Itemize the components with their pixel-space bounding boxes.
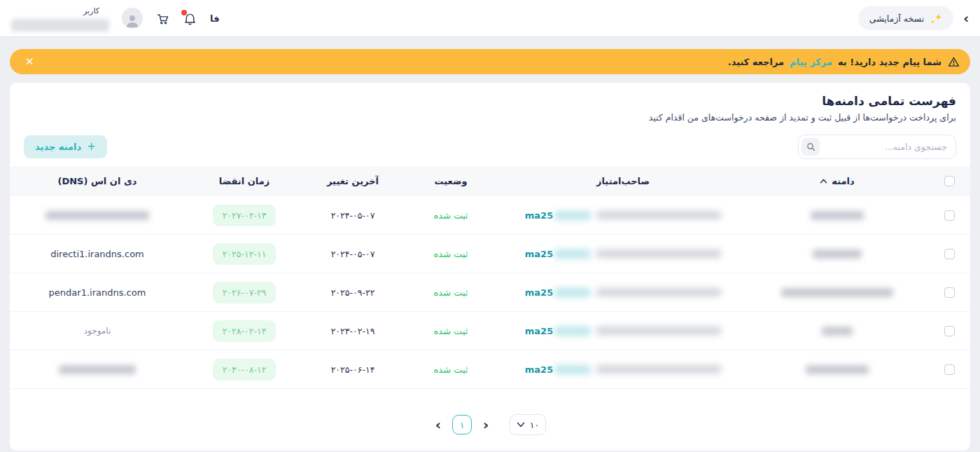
table-row: ma25 ثبت شده ۲۰۲۴-۰۵-۰۷ ۲۰۲۵-۱۲-۱۱ direc… [10,235,970,273]
column-header-expiry[interactable]: زمان انقضا [185,176,304,186]
row-checkbox-cell [928,210,970,221]
expiry-date-badge: ۲۰۲۶-۰۷-۲۹ [213,282,276,303]
expiry-cell: ۲۰۳۰-۰۸-۱۲ [185,359,304,381]
row-checkbox-cell [928,249,970,259]
user-avatar[interactable] [122,8,143,29]
user-name-redacted [11,19,109,32]
row-checkbox-cell [928,287,970,298]
table-controls: + دامنه جدید [10,135,970,159]
status-cell: ثبت شده [402,364,500,375]
owner-cell: ma25 [500,364,746,375]
expiry-cell: ۲۰۲۸-۰۲-۱۴ [185,320,304,342]
search-button[interactable] [802,138,820,156]
header-checkbox-cell [928,176,970,186]
dns-cell: directi1.irandns.com [10,249,185,259]
search-input[interactable] [798,135,956,159]
expiry-date-badge: ۲۰۲۸-۰۲-۱۴ [213,320,276,342]
sparkles-icon: ✦ ✦ [930,12,942,25]
row-checkbox[interactable] [944,249,955,259]
new-domain-button[interactable]: + دامنه جدید [24,135,107,158]
pagination: ‹ ۱ › ۱۰ [10,414,970,435]
row-checkbox[interactable] [944,364,955,375]
dns-redacted [59,365,136,374]
message-alert-banner: شما پیام جدید دارید! به مرکز پیام مراجعه… [10,49,970,74]
top-header: › ✦ ✦ نسخه آزمایشی فا [0,0,980,36]
status-badge: ثبت شده [434,210,468,221]
current-page-button[interactable]: ۱ [452,415,472,434]
chevron-right-icon[interactable]: › [963,12,969,25]
trial-version-button[interactable]: ✦ ✦ نسخه آزمایشی [858,6,953,30]
dns-value: pendar1.irandns.com [49,287,146,298]
previous-page-button[interactable]: ‹ [434,418,442,432]
row-checkbox[interactable] [944,287,955,298]
last-change-cell: ۲۰۲۴-۰۵-۰۷ [304,210,402,221]
row-checkbox-cell [928,364,970,375]
owner-handle-redacted [554,365,591,374]
shopping-cart-icon [155,11,170,26]
status-badge: ثبت شده [434,364,468,375]
cart-button[interactable] [155,11,170,26]
language-switcher[interactable]: فا [210,13,219,24]
table-body: ma25 ثبت شده ۲۰۲۴-۰۵-۰۷ ۲۰۲۷-۰۲-۱۳ [10,196,970,389]
column-header-dns[interactable]: دی ان اس (DNS) [10,176,185,186]
owner-handle-redacted [554,288,591,297]
banner-message: شما پیام جدید دارید! به مرکز پیام مراجعه… [728,55,960,69]
domain-name-redacted [806,365,869,374]
page-title: فهرست تمامی دامنه‌ها [10,94,970,108]
banner-text-prefix: شما پیام جدید دارید! به [838,57,941,67]
table-row: ma25 ثبت شده ۲۰۲۴-۰۵-۰۷ ۲۰۲۷-۰۲-۱۳ [10,196,970,235]
domains-card: فهرست تمامی دامنه‌ها برای پرداخت درخواست… [10,83,970,451]
owner-handle-prefix: ma25 [525,210,553,221]
user-info-block[interactable]: کاربر [11,5,109,32]
plus-icon: + [87,142,96,152]
page-subtitle: برای پرداخت درخواست‌ها از قبیل ثبت و تمد… [10,108,970,123]
column-header-domain[interactable]: دامنه [746,176,928,186]
message-center-link[interactable]: مرکز پیام [790,57,832,67]
close-icon[interactable]: ✕ [20,55,40,68]
row-checkbox[interactable] [944,210,955,221]
owner-cell: ma25 [500,249,746,259]
table-header-row: دامنه صاحب‌امتیاز وضعیت آخرین تغییر زمان… [10,166,970,196]
domain-cell [746,365,928,374]
owner-handle-prefix: ma25 [525,249,553,259]
column-header-last-change[interactable]: آخرین تغییر [304,176,402,186]
user-role-label: کاربر [83,6,109,15]
expiry-cell: ۲۰۲۵-۱۲-۱۱ [185,243,304,265]
page-size-value: ۱۰ [530,420,539,430]
owner-handle-prefix: ma25 [525,364,553,375]
dns-value: ناموجود [84,326,111,336]
owner-handle-redacted [554,327,591,336]
next-page-button[interactable]: › [482,418,490,432]
status-cell: ثبت شده [402,249,500,259]
notification-bell-button[interactable] [183,11,197,26]
status-badge: ثبت شده [434,287,468,298]
chevron-down-icon [517,422,525,427]
domain-name-redacted [822,327,853,336]
select-all-checkbox[interactable] [944,176,955,186]
dns-value: directi1.irandns.com [50,249,144,259]
owner-handle-redacted [554,249,591,259]
owner-handle-prefix: ma25 [525,287,553,298]
row-checkbox[interactable] [944,326,955,336]
trial-version-label: نسخه آزمایشی [869,13,924,24]
owner-cell: ma25 [500,210,746,221]
page-size-select[interactable]: ۱۰ [510,414,546,435]
table-row: ma25 ثبت شده ۲۰۲۵-۰۹-۲۲ ۲۰۲۶-۰۷-۲۹ penda… [10,273,970,312]
domain-search [798,135,956,159]
header-right-group: › ✦ ✦ نسخه آزمایشی [858,6,969,30]
dns-cell [10,365,185,374]
search-icon [806,142,816,152]
owner-name-redacted [596,288,721,296]
header-left-group: فا کاربر [11,5,219,32]
new-domain-label: دامنه جدید [35,142,81,152]
owner-handle-prefix: ma25 [525,326,553,336]
dns-cell: pendar1.irandns.com [10,287,185,298]
banner-text-suffix: مراجعه کنید. [728,57,784,67]
column-header-owner[interactable]: صاحب‌امتیاز [500,176,746,186]
domain-name-redacted [813,249,862,259]
table-row: ma25 ثبت شده ۲۰۲۵-۰۶-۱۴ ۲۰۳۰-۰۸-۱۲ [10,350,970,389]
column-header-status[interactable]: وضعیت [402,176,500,186]
owner-name-redacted [596,249,721,258]
expiry-date-badge: ۲۰۲۷-۰۲-۱۳ [213,205,276,226]
owner-handle-redacted [554,211,591,220]
